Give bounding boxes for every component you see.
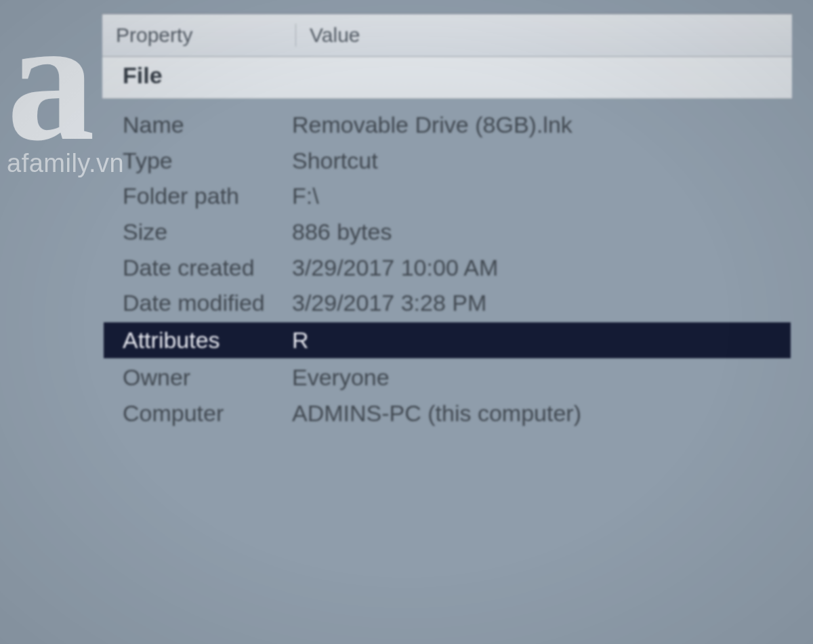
group-header-file[interactable]: File — [102, 57, 792, 99]
property-label: Date modified — [123, 285, 292, 321]
property-value: 3/29/2017 3:28 PM — [292, 285, 792, 321]
property-value: F:\ — [292, 178, 792, 214]
column-header-property[interactable]: Property — [102, 24, 296, 47]
property-value: 3/29/2017 10:00 AM — [292, 250, 792, 286]
property-value: Everyone — [292, 360, 792, 395]
property-label: Attributes — [123, 322, 292, 358]
property-row[interactable]: Size886 bytes — [102, 214, 792, 250]
property-row[interactable]: TypeShortcut — [102, 143, 792, 179]
property-label: Owner — [123, 360, 292, 395]
property-value: Removable Drive (8GB).lnk — [292, 107, 792, 143]
property-label: Computer — [123, 395, 292, 431]
property-value: 886 bytes — [292, 214, 792, 250]
property-label: Folder path — [123, 178, 292, 214]
properties-list: NameRemovable Drive (8GB).lnkTypeShortcu… — [102, 99, 792, 431]
property-row[interactable]: Date modified3/29/2017 3:28 PM — [102, 285, 792, 321]
property-value: Shortcut — [292, 143, 792, 179]
property-row[interactable]: Date created3/29/2017 10:00 AM — [102, 250, 792, 286]
property-label: Date created — [123, 250, 292, 286]
property-label: Type — [123, 143, 292, 179]
property-row[interactable]: NameRemovable Drive (8GB).lnk — [102, 107, 792, 143]
property-row[interactable]: AttributesR — [104, 322, 791, 358]
column-header[interactable]: Property Value — [102, 14, 792, 57]
property-label: Size — [123, 214, 292, 250]
column-header-value[interactable]: Value — [296, 24, 792, 47]
property-label: Name — [123, 107, 292, 143]
property-value: R — [292, 322, 791, 358]
property-row[interactable]: ComputerADMINS-PC (this computer) — [102, 395, 792, 431]
properties-window: Property Value File NameRemovable Drive … — [102, 14, 793, 15]
property-value: ADMINS-PC (this computer) — [292, 395, 792, 431]
property-row[interactable]: Folder pathF:\ — [102, 178, 792, 214]
property-row[interactable]: OwnerEveryone — [102, 360, 792, 395]
